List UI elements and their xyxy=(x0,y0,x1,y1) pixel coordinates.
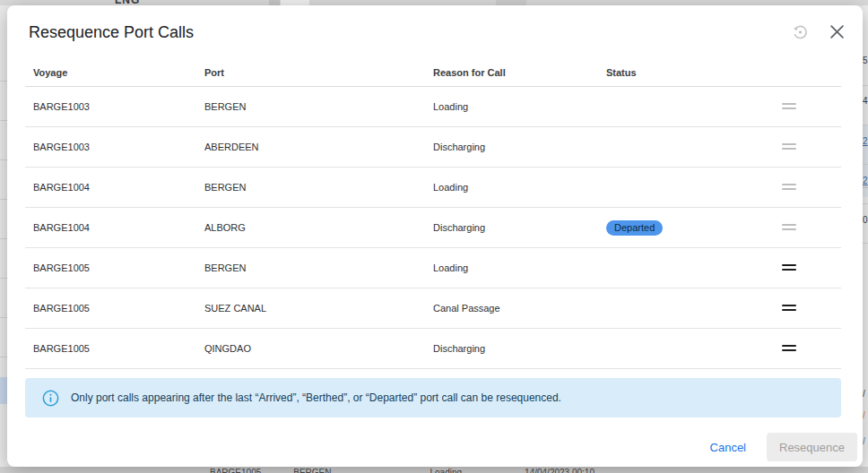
history-restore-button[interactable] xyxy=(787,19,813,45)
drag-handle-icon xyxy=(782,100,796,112)
background-bottom-strip: BARGE1005BERGENLoading14/04/2023 00:10 xyxy=(0,467,868,473)
drag-handle-icon xyxy=(782,221,796,233)
status-badge: Departed xyxy=(606,220,663,236)
port-calls-table: Voyage Port Reason for Call Status BARGE… xyxy=(25,59,841,369)
column-header-port: Port xyxy=(204,67,433,78)
port-call-row: BARGE1005 BERGEN Loading xyxy=(25,248,841,288)
cell-reason: Discharging xyxy=(433,343,606,354)
port-call-row: BARGE1005 QINGDAO Discharging xyxy=(25,329,841,369)
cell-port: BERGEN xyxy=(204,182,433,193)
port-call-row: BARGE1005 SUEZ CANAL Canal Passage xyxy=(25,288,841,329)
background-right-strip: 5 4 2 2 0 / / / xyxy=(863,5,868,473)
column-header-reason: Reason for Call xyxy=(433,67,606,78)
cell-port: BERGEN xyxy=(204,101,433,112)
history-restore-icon xyxy=(791,30,810,44)
cell-voyage: BARGE1005 xyxy=(33,262,204,273)
cell-reason: Discharging xyxy=(433,222,606,233)
info-banner: Only port calls appearing after the last… xyxy=(25,378,841,417)
port-call-row: BARGE1003 ABERDEEN Discharging xyxy=(25,127,841,168)
dialog-title: Resequence Port Calls xyxy=(29,22,841,43)
drag-handle-icon[interactable] xyxy=(782,302,796,314)
drag-handle-icon[interactable] xyxy=(782,262,796,273)
portcalls-table-body: BARGE1003 BERGEN Loading BARGE1003 ABERD… xyxy=(25,87,841,369)
cell-port: QINGDAO xyxy=(204,343,433,354)
resequence-button[interactable]: Resequence xyxy=(767,433,857,461)
cell-reason: Loading xyxy=(433,262,606,273)
info-circle-icon xyxy=(42,390,59,407)
column-header-voyage: Voyage xyxy=(33,67,204,78)
background-selected-row xyxy=(0,377,7,404)
cell-port: SUEZ CANAL xyxy=(204,303,433,314)
column-header-status: Status xyxy=(606,67,782,78)
cell-reason: Loading xyxy=(433,182,606,193)
dialog-footer: Cancel Resequence xyxy=(699,433,857,461)
cell-port: BERGEN xyxy=(204,262,433,273)
dialog-header: Resequence Port Calls xyxy=(7,5,863,48)
cell-port: ALBORG xyxy=(204,222,433,233)
close-button[interactable] xyxy=(826,21,848,43)
cell-reason: Loading xyxy=(433,101,606,112)
cell-voyage: BARGE1003 xyxy=(33,101,204,112)
cell-reason: Canal Passage xyxy=(433,303,606,314)
close-icon xyxy=(829,29,845,42)
background-table-row-fragment: BARGE1005BERGENLoading14/04/2023 00:10 xyxy=(210,468,595,473)
info-banner-text: Only port calls appearing after the last… xyxy=(71,391,561,404)
port-call-row: BARGE1003 BERGEN Loading xyxy=(25,87,841,127)
drag-handle-icon xyxy=(782,181,796,193)
cell-voyage: BARGE1003 xyxy=(33,142,204,152)
cell-voyage: BARGE1005 xyxy=(33,343,204,354)
drag-handle-icon[interactable] xyxy=(782,342,796,354)
cell-reason: Discharging xyxy=(433,142,606,152)
cell-voyage: BARGE1005 xyxy=(33,303,204,314)
cell-status: Departed xyxy=(606,220,782,236)
table-header-row: Voyage Port Reason for Call Status xyxy=(25,59,841,87)
cell-voyage: BARGE1004 xyxy=(33,222,204,233)
cell-voyage: BARGE1004 xyxy=(33,182,204,193)
drag-handle-icon xyxy=(782,141,796,152)
resequence-port-calls-dialog: Resequence Port Calls xyxy=(7,5,863,467)
cell-port: ABERDEEN xyxy=(204,142,433,152)
port-call-row: BARGE1004 BERGEN Loading xyxy=(25,168,841,208)
port-call-row: BARGE1004 ALBORG Discharging Departed xyxy=(25,208,841,248)
background-left-strip xyxy=(0,5,7,473)
cancel-button[interactable]: Cancel xyxy=(699,434,757,461)
